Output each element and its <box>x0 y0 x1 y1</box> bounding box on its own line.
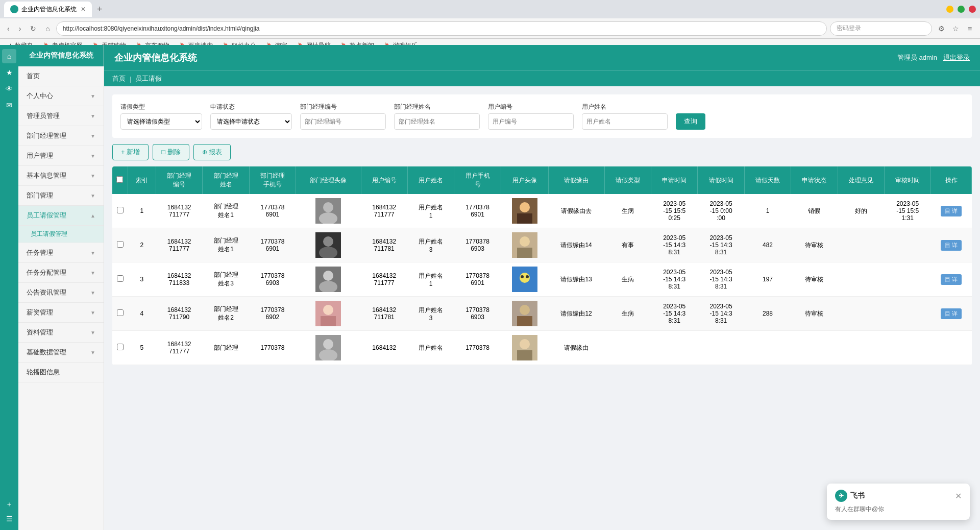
nav-item-leave[interactable]: 员工请假管理 ▲ <box>18 206 104 226</box>
home-btn[interactable]: ⌂ <box>42 22 53 35</box>
nav-item-task[interactable]: 任务管理 ▼ <box>18 243 104 263</box>
report-button[interactable]: ⊕ 报表 <box>193 144 231 160</box>
breadcrumb-home[interactable]: 首页 <box>112 74 126 83</box>
table-row: 2 1684132711777 部门经理姓名1 17703786901 1684… <box>112 228 972 262</box>
filter-user-name-input[interactable] <box>582 113 668 130</box>
cell-index-5: 5 <box>128 331 156 365</box>
cell-uavatar-2 <box>501 228 548 262</box>
search-button[interactable]: 查询 <box>676 113 705 130</box>
cell-mgr-avatar-5 <box>296 331 361 365</box>
logout-btn[interactable]: 退出登录 <box>943 53 970 62</box>
menu-btn[interactable]: ≡ <box>964 22 976 35</box>
extensions-btn[interactable]: ⚙ <box>935 22 947 35</box>
filter-user-id-input[interactable] <box>488 113 574 130</box>
nav-item-notice[interactable]: 公告资讯管理 ▼ <box>18 283 104 303</box>
cell-mgr-avatar-4 <box>296 297 361 331</box>
col-status: 申请状态 <box>791 166 838 194</box>
breadcrumb-sep: | <box>130 75 131 83</box>
cell-status-4: 待审核 <box>791 297 838 331</box>
detail-btn-4[interactable]: 目 详 <box>941 308 962 319</box>
cell-index-4: 4 <box>128 297 156 331</box>
maximize-btn[interactable] <box>958 6 965 13</box>
active-tab[interactable]: 企业内管信息化系统 ✕ <box>4 2 92 17</box>
filter-type-select[interactable]: 请选择请假类型 生病 有事 销假 <box>120 113 202 130</box>
cell-mgr-id-4: 1684132711790 <box>156 297 202 331</box>
add-button[interactable]: + 新增 <box>112 144 149 160</box>
nav-label-users: 用户管理 <box>27 151 53 160</box>
app-header: 企业内管信息化系统 管理员 admin 退出登录 <box>104 45 980 70</box>
nav-item-dept[interactable]: 部门管理 ▼ <box>18 186 104 206</box>
mgr-avatar-img-2 <box>315 232 341 258</box>
chevron-down-icon-5: ▼ <box>90 173 95 179</box>
side-icon-star[interactable]: ★ <box>2 65 16 80</box>
cell-days-3: 197 <box>744 262 791 297</box>
nav-label-notice: 公告资讯管理 <box>27 288 66 297</box>
cell-uavatar-3 <box>501 262 548 297</box>
filter-manager-name-input[interactable] <box>394 113 480 130</box>
notif-header: ✈ 飞书 ✕ <box>835 490 962 502</box>
filter-status-select[interactable]: 请选择申请状态 待审核 销假 <box>210 113 292 130</box>
nav-item-dept-manager[interactable]: 部门经理管理 ▼ <box>18 126 104 146</box>
detail-btn-2[interactable]: 目 详 <box>941 240 962 251</box>
notification-popup: ✈ 飞书 ✕ 有人在群聊中@你 <box>827 484 970 520</box>
col-reason: 请假缘由 <box>548 166 604 194</box>
new-tab-btn[interactable]: + <box>93 4 107 15</box>
cell-action-2: 目 详 <box>931 228 972 262</box>
cell-mgr-phone-2: 17703786901 <box>249 228 296 262</box>
cell-reason-5: 请假缘由 <box>548 331 604 365</box>
forward-btn[interactable]: › <box>16 22 24 35</box>
close-btn[interactable] <box>969 6 976 13</box>
mgr-avatar-img-5 <box>315 335 341 360</box>
cell-review-5 <box>885 331 931 365</box>
side-icon-mail[interactable]: ✉ <box>2 98 16 112</box>
cell-mgr-name-1: 部门经理姓名1 <box>203 194 249 228</box>
side-icon-add[interactable]: ＋ <box>2 497 16 512</box>
window-controls <box>946 6 976 13</box>
cell-review-3 <box>885 262 931 297</box>
detail-btn-1[interactable]: 目 详 <box>941 206 962 216</box>
side-icon-eye[interactable]: 👁 <box>2 82 16 96</box>
nav-item-home[interactable]: 首页 <box>18 66 104 86</box>
select-all-checkbox[interactable] <box>116 176 123 183</box>
search-bar[interactable]: 密码登录 <box>830 21 932 36</box>
cell-status-2: 待审核 <box>791 228 838 262</box>
nav-item-basic-info[interactable]: 基本信息管理 ▼ <box>18 166 104 186</box>
cell-uphone-5: 1770378 <box>454 331 501 365</box>
nav-item-carousel[interactable]: 轮播图信息 <box>18 363 104 382</box>
refresh-btn[interactable]: ↻ <box>27 22 39 35</box>
notif-close-btn[interactable]: ✕ <box>955 491 962 501</box>
cell-mgr-phone-1: 17703786901 <box>249 194 296 228</box>
back-btn[interactable]: ‹ <box>4 22 13 35</box>
bookmark-star-btn[interactable]: ☆ <box>949 22 962 35</box>
nav-item-salary[interactable]: 薪资管理 ▼ <box>18 303 104 323</box>
nav-item-users[interactable]: 用户管理 ▼ <box>18 146 104 166</box>
cell-uid-3: 1684132711777 <box>361 262 407 297</box>
minimize-btn[interactable] <box>946 6 953 13</box>
cell-type-4: 生病 <box>604 297 651 331</box>
nav-item-admin[interactable]: 管理员管理 ▼ <box>18 106 104 126</box>
nav-item-personal[interactable]: 个人中心 ▼ <box>18 86 104 106</box>
cell-mgr-avatar-3 <box>296 262 361 297</box>
table-row: 5 1684132711777 部门经理 1770378 1684132 用户姓… <box>112 331 972 365</box>
user-avatar-img-4 <box>512 301 537 326</box>
detail-btn-3[interactable]: 目 详 <box>941 274 962 285</box>
side-icon-home[interactable]: ⌂ <box>2 49 16 63</box>
nav-sub-leave-mgmt[interactable]: 员工请假管理 <box>18 226 104 243</box>
nav-label-admin: 管理员管理 <box>27 111 60 121</box>
tab-close-btn[interactable]: ✕ <box>81 6 86 13</box>
svg-point-29 <box>520 339 530 349</box>
svg-point-23 <box>520 305 530 315</box>
mgr-avatar-img-3 <box>315 267 341 292</box>
svg-point-17 <box>521 275 524 278</box>
row-checkbox-2 <box>112 228 128 262</box>
nav-item-material[interactable]: 资料管理 ▼ <box>18 323 104 343</box>
address-bar[interactable]: http://localhost:8080/qiyeneixinxihauxit… <box>56 21 827 36</box>
delete-button[interactable]: □ 删除 <box>153 144 189 160</box>
filter-manager-id-input[interactable] <box>300 113 386 130</box>
side-icon-menu[interactable]: ☰ <box>2 512 16 526</box>
nav-item-base-data[interactable]: 基础数据管理 ▼ <box>18 343 104 363</box>
cell-reason-1: 请假缘由去 <box>548 194 604 228</box>
cell-apply-4: 2023-05-15 14:38:31 <box>651 297 697 331</box>
nav-item-task-assign[interactable]: 任务分配管理 ▼ <box>18 263 104 283</box>
notif-title-text: 飞书 <box>850 491 865 500</box>
